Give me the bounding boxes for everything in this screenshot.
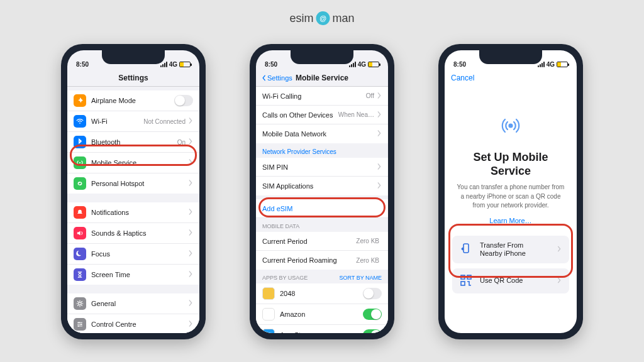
list-row[interactable]: Focus xyxy=(67,244,199,265)
list-row[interactable]: General xyxy=(67,293,199,314)
row-label: Notifications xyxy=(91,209,188,216)
navbar: Cancel xyxy=(445,69,577,87)
row-value: Off xyxy=(366,92,374,99)
list-row[interactable]: Personal Hotspot xyxy=(67,173,199,194)
list-row[interactable]: BluetoothOn xyxy=(67,132,199,153)
list-row[interactable]: Sounds & Haptics xyxy=(67,223,199,244)
brand-logo: esim @ man xyxy=(289,11,354,25)
antenna-icon xyxy=(456,112,565,141)
learn-more-link[interactable]: Learn More… xyxy=(456,217,565,224)
screen-settings: 8:50 4G Settings Airplane ModeWi-FiNot C… xyxy=(67,50,199,333)
list-row[interactable]: Wi-Fi CallingOff xyxy=(256,87,388,106)
navbar: Settings Mobile Service xyxy=(256,69,388,87)
row-label: Control Centre xyxy=(91,321,188,328)
chevron-right-icon xyxy=(188,250,193,258)
list-row: Current PeriodZero KB xyxy=(256,232,388,251)
antenna-icon xyxy=(74,156,86,169)
back-button[interactable]: Settings xyxy=(261,74,292,82)
transfer-phone-icon xyxy=(460,243,474,256)
row-value: Not Connected xyxy=(143,118,186,125)
chevron-right-icon xyxy=(377,92,382,100)
network-label: 4G xyxy=(358,61,366,68)
notch xyxy=(291,50,353,64)
chevron-right-icon xyxy=(377,111,382,119)
svg-rect-15 xyxy=(467,275,471,279)
phone-frame-2: 8:50 4G Settings Mobile Service Wi-Fi Ca… xyxy=(250,44,394,339)
app-toggle-row[interactable]: App Store xyxy=(256,325,388,333)
app-toggle-row[interactable]: 2048 xyxy=(256,283,388,304)
row-label: Mobile Service xyxy=(91,159,188,167)
list-row[interactable]: Calls on Other DevicesWhen Nea… xyxy=(256,106,388,124)
option-transfer-nearby[interactable]: Transfer From Nearby iPhone xyxy=(452,236,569,263)
link-icon xyxy=(74,177,86,190)
row-label: Personal Hotspot xyxy=(91,180,188,187)
gear-icon xyxy=(74,297,86,310)
brand-post: man xyxy=(333,12,355,25)
bt-icon xyxy=(74,136,86,148)
list-row: Current Period RoamingZero KB xyxy=(256,251,388,270)
list-row[interactable]: Notifications xyxy=(67,202,199,223)
battery-icon xyxy=(368,62,379,67)
section-header: APPS BY USAGESORT BY NAME xyxy=(256,270,388,283)
chevron-right-icon xyxy=(188,138,193,146)
list-row[interactable]: SIM Applications xyxy=(256,177,388,195)
toggle[interactable] xyxy=(174,95,193,106)
chevron-right-icon xyxy=(377,182,382,190)
chevron-right-icon xyxy=(188,271,193,278)
chevron-right-icon xyxy=(188,229,193,237)
navbar: Settings xyxy=(67,69,199,87)
list-row[interactable]: Mobile Data Network xyxy=(256,124,388,143)
chevron-right-icon xyxy=(557,277,562,285)
svg-point-4 xyxy=(80,324,82,325)
toggle[interactable] xyxy=(363,309,382,320)
network-label: 4G xyxy=(547,61,555,68)
row-label: Sounds & Haptics xyxy=(91,229,188,237)
list-row[interactable]: Wi-FiNot Connected xyxy=(67,111,199,132)
row-value: On xyxy=(177,139,186,146)
list-row[interactable]: Screen Time xyxy=(67,265,199,285)
toggle[interactable] xyxy=(363,288,382,299)
page-title: Settings xyxy=(118,74,148,82)
row-label: Wi-Fi xyxy=(91,118,143,125)
mobile-service-list[interactable]: Wi-Fi CallingOffCalls on Other DevicesWh… xyxy=(256,87,388,333)
row-label: Airplane Mode xyxy=(91,97,174,104)
svg-point-2 xyxy=(79,302,81,305)
row-label: Wi-Fi Calling xyxy=(262,92,366,100)
app-toggle-row[interactable]: Amazon xyxy=(256,304,388,325)
chevron-right-icon xyxy=(188,300,193,307)
row-label: Calls on Other Devices xyxy=(262,111,338,119)
row-label: Bluetooth xyxy=(91,138,177,146)
network-label: 4G xyxy=(169,61,177,68)
add-esim-button[interactable]: Add eSIM xyxy=(256,199,388,218)
list-row[interactable]: SIM PIN xyxy=(256,158,388,177)
settings-list[interactable]: Airplane ModeWi-FiNot ConnectedBluetooth… xyxy=(67,87,199,333)
signal-icon xyxy=(538,62,545,67)
clock: 8:50 xyxy=(453,61,466,68)
chevron-right-icon xyxy=(188,118,193,125)
notch xyxy=(479,50,542,64)
svg-rect-16 xyxy=(461,282,465,285)
bell-icon xyxy=(74,206,86,219)
option-use-qr[interactable]: Use QR Code xyxy=(452,268,569,293)
sliders-icon xyxy=(74,318,86,331)
sort-button[interactable]: SORT BY NAME xyxy=(339,275,382,281)
brand-pre: esim xyxy=(289,12,313,25)
chevron-right-icon xyxy=(188,159,193,167)
section-header: MOBILE DATA xyxy=(256,218,388,232)
chevron-right-icon xyxy=(188,180,193,187)
list-row[interactable]: Mobile Service xyxy=(67,153,199,173)
svg-rect-13 xyxy=(464,244,469,253)
option-label: Use QR Code xyxy=(480,277,557,285)
svg-point-3 xyxy=(79,322,80,323)
setup-heading: Set Up Mobile Service xyxy=(456,151,565,178)
signal-icon xyxy=(349,62,356,67)
clock: 8:50 xyxy=(265,61,277,68)
cancel-button[interactable]: Cancel xyxy=(451,74,474,82)
toggle[interactable] xyxy=(363,329,382,333)
setup-description: You can transfer a phone number from a n… xyxy=(456,183,565,211)
list-row[interactable]: Control Centre xyxy=(67,314,199,333)
chevron-right-icon xyxy=(557,246,562,253)
section-header: Network Provider Services xyxy=(256,143,388,158)
list-row[interactable]: Airplane Mode xyxy=(67,90,199,111)
row-label: Mobile Data Network xyxy=(262,130,377,138)
